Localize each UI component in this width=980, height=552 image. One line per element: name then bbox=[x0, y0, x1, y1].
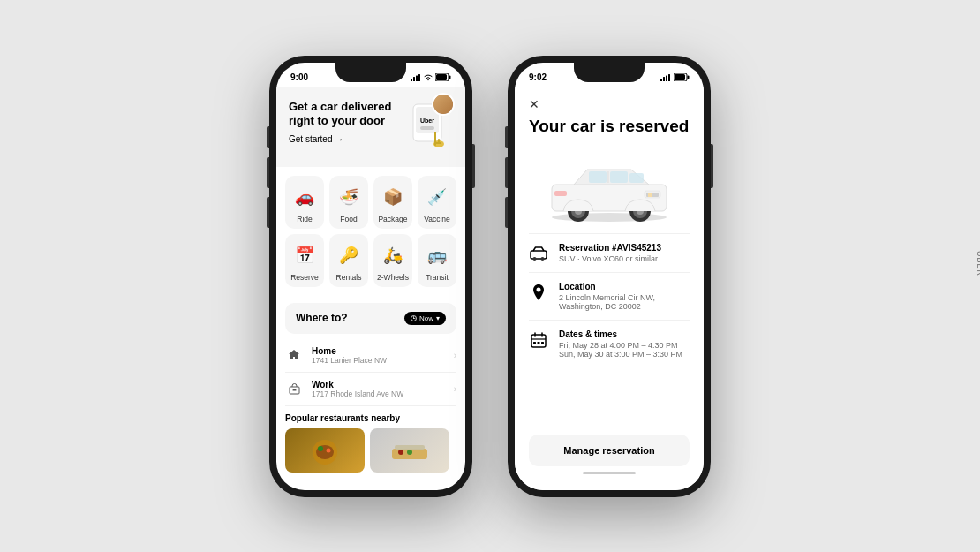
package-label: Package bbox=[378, 215, 407, 223]
svg-rect-43 bbox=[648, 193, 652, 197]
phone-1-screen: 9:00 bbox=[276, 63, 465, 490]
phone2-content: ✕ Your car is reserved bbox=[515, 87, 704, 490]
grid-item-2wheels[interactable]: 🛵 2-Wheels bbox=[373, 234, 412, 287]
popular-img-2[interactable] bbox=[370, 428, 449, 473]
svg-rect-14 bbox=[438, 139, 440, 143]
home-icon bbox=[285, 346, 303, 364]
svg-rect-6 bbox=[436, 74, 447, 80]
svg-rect-3 bbox=[418, 74, 420, 81]
close-button[interactable]: ✕ bbox=[529, 97, 539, 111]
location-detail-sublabel: 2 Lincoln Memorial Cir NW, Washington, D… bbox=[559, 293, 690, 311]
svg-point-22 bbox=[318, 446, 323, 451]
grid-item-food[interactable]: 🍜 Food bbox=[329, 176, 368, 229]
svg-rect-31 bbox=[668, 74, 670, 81]
grid-item-ride[interactable]: 🚗 Ride bbox=[285, 176, 324, 229]
car-image-container bbox=[515, 145, 704, 233]
grid-item-rentals[interactable]: 🔑 Rentals bbox=[329, 234, 368, 287]
work-svg bbox=[289, 383, 300, 395]
now-badge[interactable]: Now ▾ bbox=[404, 312, 446, 325]
svg-point-23 bbox=[327, 448, 331, 452]
reserved-title: Your car is reserved bbox=[529, 117, 690, 137]
side-button-left-1-2 bbox=[505, 126, 508, 148]
svg-rect-28 bbox=[660, 79, 662, 81]
reservation-sublabel: SUV · Volvo XC60 or similar bbox=[559, 254, 661, 263]
reserve-label: Reserve bbox=[290, 273, 319, 282]
side-button-left-3 bbox=[267, 197, 269, 228]
where-to-bar[interactable]: Where to? Now ▾ bbox=[285, 303, 456, 334]
avatar[interactable] bbox=[432, 93, 455, 116]
location-detail-label: Location bbox=[559, 282, 690, 291]
dates-sublabel-2: Sun, May 30 at 3:00 PM – 3:30 PM bbox=[559, 350, 682, 359]
svg-rect-44 bbox=[554, 191, 567, 196]
home-address: 1741 Lanier Place NW bbox=[312, 356, 445, 365]
popular-section: Popular restaurants nearby bbox=[276, 406, 465, 476]
home-indicator-2 bbox=[583, 472, 636, 474]
svg-rect-51 bbox=[531, 251, 547, 259]
notch-1 bbox=[335, 63, 406, 82]
side-button-left-2 bbox=[267, 157, 269, 188]
grid-item-transit[interactable]: 🚌 Transit bbox=[418, 234, 456, 287]
battery-icon bbox=[435, 73, 451, 81]
work-info: Work 1717 Rhode Island Ave NW bbox=[312, 380, 445, 398]
banner-heading: Get a car delivered right to your door bbox=[289, 100, 391, 130]
rentals-icon: 🔑 bbox=[335, 241, 363, 269]
signal-icon bbox=[411, 74, 421, 81]
dates-detail-icon bbox=[529, 330, 548, 350]
status-time-1: 9:00 bbox=[290, 72, 308, 82]
work-location-row[interactable]: Work 1717 Rhode Island Ave NW › bbox=[285, 373, 456, 406]
package-icon: 📦 bbox=[379, 183, 407, 211]
calendar-icon-svg bbox=[531, 332, 547, 348]
reserved-header: ✕ Your car is reserved bbox=[515, 87, 704, 137]
svg-rect-19 bbox=[292, 389, 296, 391]
rentals-label: Rentals bbox=[336, 273, 362, 282]
ride-icon: 🚗 bbox=[290, 183, 319, 211]
svg-point-53 bbox=[541, 257, 545, 261]
get-started-link[interactable]: Get started → bbox=[289, 134, 391, 144]
home-name: Home bbox=[312, 346, 445, 356]
svg-rect-29 bbox=[663, 77, 665, 81]
svg-rect-34 bbox=[675, 74, 685, 80]
battery-icon-2 bbox=[674, 73, 690, 81]
work-name: Work bbox=[312, 380, 445, 389]
location-row: Location 2 Lincoln Memorial Cir NW, Wash… bbox=[529, 272, 690, 320]
grid-item-vaccine[interactable]: 💉 Vaccine bbox=[418, 176, 456, 229]
svg-rect-5 bbox=[449, 76, 451, 79]
svg-point-26 bbox=[398, 450, 403, 455]
home-info: Home 1741 Lanier Place NW bbox=[312, 346, 445, 365]
dates-row: Dates & times Fri, May 28 at 4:00 PM – 4… bbox=[529, 320, 690, 367]
popular-img-1[interactable] bbox=[285, 428, 365, 473]
dates-content: Dates & times Fri, May 28 at 4:00 PM – 4… bbox=[559, 329, 682, 359]
grid-item-package[interactable]: 📦 Package bbox=[373, 176, 412, 229]
food-label: Food bbox=[340, 215, 357, 223]
work-icon bbox=[285, 380, 303, 397]
grid-item-reserve[interactable]: 📅 Reserve bbox=[285, 234, 324, 287]
svg-point-52 bbox=[533, 257, 537, 261]
ride-label: Ride bbox=[297, 215, 312, 223]
svg-rect-1 bbox=[413, 77, 415, 81]
location-rows: Home 1741 Lanier Place NW › bbox=[276, 339, 465, 406]
home-location-row[interactable]: Home 1741 Lanier Place NW › bbox=[285, 339, 456, 373]
notch-2 bbox=[574, 63, 645, 82]
phone-1: 9:00 bbox=[269, 56, 472, 497]
svg-rect-30 bbox=[666, 75, 667, 81]
svg-rect-0 bbox=[411, 79, 412, 81]
food-thumb-1 bbox=[303, 433, 347, 468]
status-icons-1 bbox=[411, 73, 451, 81]
popular-title: Popular restaurants nearby bbox=[285, 413, 456, 423]
side-button-left-3-2 bbox=[505, 197, 508, 228]
car-svg-container bbox=[539, 154, 680, 224]
grid-row-1: 🚗 Ride 🍜 Food 📦 Package 💉 bbox=[285, 176, 456, 229]
popular-images bbox=[285, 428, 456, 473]
manage-reservation-button[interactable]: Manage reservation bbox=[529, 435, 690, 466]
dates-sublabel-1: Fri, May 28 at 4:00 PM – 4:30 PM bbox=[559, 341, 682, 350]
food-icon: 🍜 bbox=[335, 183, 363, 211]
status-icons-2 bbox=[660, 73, 690, 81]
banner-text: Get a car delivered right to your door G… bbox=[289, 100, 391, 145]
svg-rect-33 bbox=[688, 76, 690, 79]
car-icon-svg bbox=[530, 245, 547, 262]
work-address: 1717 Rhode Island Ave NW bbox=[312, 389, 445, 398]
car-detail-icon bbox=[529, 244, 548, 263]
grid-menu: 🚗 Ride 🍜 Food 📦 Package 💉 bbox=[276, 167, 465, 298]
phones-container: 9:00 bbox=[269, 56, 711, 497]
svg-rect-38 bbox=[610, 171, 628, 183]
